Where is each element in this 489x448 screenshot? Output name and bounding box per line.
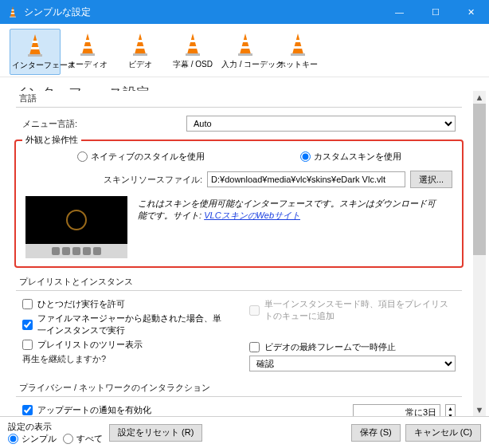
cone-icon	[22, 33, 48, 58]
checkbox-enqueue	[249, 305, 260, 316]
cone-icon	[75, 32, 100, 57]
checkbox-single-from-fm[interactable]	[22, 320, 33, 330]
group-playlist: プレイリストとインスタンス ひとつだけ実行を許可 ファイルマネージャーから起動さ…	[16, 276, 462, 374]
titlebar: シンプルな設定 ― ☐ ✕	[0, 0, 489, 24]
category-toolbar: インターフェース オーディオ ビデオ 字幕 / OSD 入力 / コーデック ホ…	[0, 24, 489, 77]
group-language: 言語 メニュー言語: Auto	[16, 92, 462, 132]
svg-rect-14	[138, 40, 143, 42]
continue-playback-select[interactable]: 確認	[249, 356, 456, 371]
group-privacy-title: プライバシー / ネットワークのインタラクション	[16, 382, 462, 394]
group-look-and-feel: 外観と操作性 ネイティブのスタイルを使用 カスタムスキンを使用 スキンリソースフ…	[14, 140, 464, 268]
tab-subtitles[interactable]: 字幕 / OSD	[167, 29, 218, 75]
tab-audio[interactable]: オーディオ	[62, 29, 113, 75]
update-interval-spinner[interactable]	[353, 404, 440, 416]
checkbox-pause-last-frame[interactable]	[249, 342, 260, 352]
radio-native-style[interactable]: ネイティブのスタイルを使用	[77, 151, 205, 163]
vertical-scrollbar[interactable]: ▲ ▼	[473, 91, 486, 416]
svg-rect-1	[10, 17, 16, 18]
tab-video[interactable]: ビデオ	[115, 29, 166, 75]
maximize-button[interactable]: ☐	[417, 0, 453, 24]
svg-rect-3	[11, 13, 15, 14]
svg-marker-24	[292, 33, 303, 54]
menu-language-label: メニュー言語:	[22, 118, 182, 130]
browse-button[interactable]: 選択...	[410, 171, 452, 188]
close-button[interactable]: ✕	[453, 0, 489, 24]
cone-icon	[127, 32, 153, 57]
preview-orb-icon	[66, 210, 87, 230]
continue-playback-label: 再生を継続しますか?	[22, 353, 182, 365]
svg-rect-27	[294, 46, 302, 49]
group-language-title: 言語	[16, 92, 462, 104]
scroll-down-icon[interactable]: ▼	[473, 403, 486, 416]
tab-input-codecs[interactable]: 入力 / コーデック	[220, 29, 271, 75]
radio-custom-skin[interactable]: カスタムスキンを使用	[300, 151, 401, 163]
svg-marker-8	[82, 33, 93, 54]
menu-language-select[interactable]: Auto	[186, 116, 456, 132]
svg-rect-2	[11, 10, 14, 11]
svg-rect-26	[295, 40, 301, 42]
skin-file-label: スキンリソースファイル:	[104, 174, 202, 186]
svg-rect-18	[190, 40, 196, 42]
group-look-title: 外観と操作性	[22, 134, 81, 146]
svg-rect-10	[85, 40, 91, 42]
skin-file-input[interactable]	[207, 171, 405, 187]
scroll-up-icon[interactable]: ▲	[473, 91, 486, 104]
cone-icon	[285, 32, 311, 57]
bottom-bar: 設定の表示 シンプル すべて 設定をリセット (R) 保存 (S) キャンセル …	[0, 416, 489, 448]
cone-icon	[233, 32, 258, 57]
svg-marker-16	[187, 33, 198, 54]
minimize-button[interactable]: ―	[381, 0, 417, 24]
tab-hotkeys[interactable]: ホットキー	[272, 29, 323, 75]
svg-marker-20	[240, 33, 251, 54]
svg-marker-12	[135, 33, 146, 54]
svg-rect-19	[189, 46, 197, 49]
svg-rect-11	[84, 46, 92, 49]
group-privacy: プライバシー / ネットワークのインタラクション アップデートの通知を有効化 最…	[16, 382, 462, 416]
save-button[interactable]: 保存 (S)	[351, 424, 401, 442]
tab-interface[interactable]: インターフェース	[10, 29, 61, 75]
svg-rect-5	[28, 54, 42, 57]
svg-rect-25	[291, 53, 305, 56]
skin-description: これはスキンを使用可能なインターフェースです。スキンはダウンロード可能です。サイ…	[138, 198, 440, 222]
app-icon	[6, 6, 19, 18]
svg-rect-17	[186, 53, 200, 56]
cancel-button[interactable]: キャンセル (C)	[405, 424, 481, 442]
svg-rect-21	[238, 53, 252, 56]
svg-rect-23	[241, 46, 249, 49]
group-playlist-title: プレイリストとインスタンス	[16, 276, 462, 288]
show-settings-label: 設定の表示	[8, 421, 100, 433]
svg-marker-4	[29, 34, 41, 55]
radio-all[interactable]: すべて	[63, 433, 103, 445]
checkbox-playlist-tree[interactable]	[22, 340, 33, 350]
radio-simple[interactable]: シンプル	[8, 433, 57, 445]
cone-icon	[180, 32, 205, 57]
scrollbar-thumb[interactable]	[473, 92, 486, 255]
svg-rect-6	[33, 41, 38, 43]
content-area: 言語 メニュー言語: Auto 外観と操作性 ネイティブのスタイルを使用 カスタ…	[8, 91, 473, 416]
svg-marker-0	[10, 6, 15, 17]
window-title: シンプルな設定	[24, 6, 381, 19]
preview-controls-icon	[25, 244, 127, 258]
reset-prefs-button[interactable]: 設定をリセット (R)	[109, 424, 202, 442]
svg-rect-22	[243, 40, 248, 42]
checkbox-allow-one-instance[interactable]	[22, 299, 33, 309]
svg-rect-15	[136, 46, 144, 49]
svg-rect-13	[133, 53, 147, 56]
checkbox-update-notify[interactable]	[22, 405, 33, 415]
skin-preview	[25, 196, 127, 258]
skin-website-link[interactable]: VLCスキンのWebサイト	[204, 210, 300, 220]
svg-rect-9	[80, 53, 95, 56]
spinner-up-icon[interactable]: ▲	[446, 405, 455, 412]
svg-rect-7	[31, 47, 39, 49]
